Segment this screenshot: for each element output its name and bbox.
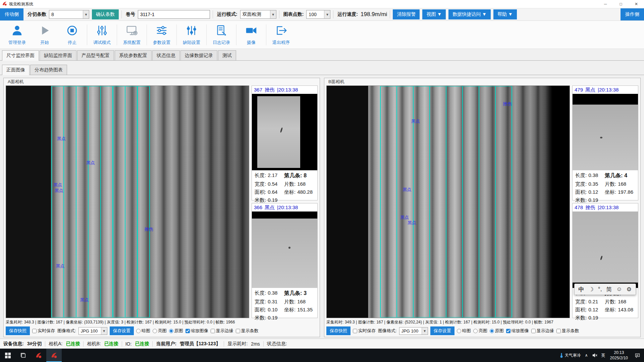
capture-button[interactable]: 摄像 — [237, 22, 265, 48]
tab-size-monitor[interactable]: 尺寸监控界面 — [2, 50, 39, 61]
show-edges-checkbox[interactable]: 显示边缘 — [531, 328, 554, 334]
ime-fullwidth-toggle[interactable]: ☽ — [589, 286, 594, 293]
toolbar-divider — [117, 24, 117, 45]
windows-taskbar: 天气寒冷 ∧ 英 20:13 2025/2/10 — [0, 349, 644, 362]
camera-a-stats: 采集耗时: 348.3 | 图像计数: 167 | 像素坐标: (333,713… — [6, 318, 318, 326]
tab-status-info[interactable]: 状态信息 — [152, 50, 180, 60]
stop-icon — [66, 24, 78, 38]
tab-edge-data-record[interactable]: 边缘数据记录 — [180, 50, 217, 60]
current-user-label: 当前用户: — [156, 341, 176, 347]
tab-system-param-config[interactable]: 系统参数配置 — [115, 50, 152, 60]
zoom-image-checkbox[interactable]: 缩放图像 — [506, 328, 529, 334]
main-content: A面相机 黑点 黑点 黑点 黑点 挫伤 黑点 黑点 367 挫伤 — [0, 75, 644, 339]
ime-punctuation-toggle[interactable]: °, — [598, 286, 602, 293]
help-menu-button[interactable]: 帮助 ▼ — [493, 9, 517, 19]
roll-number-input[interactable] — [138, 10, 210, 19]
start-button[interactable]: 开始 — [31, 22, 58, 48]
parameter-settings-button[interactable]: 参数设置 — [148, 22, 175, 48]
slit-count-select[interactable]: 8 ▼ — [49, 10, 89, 19]
io-status: 已连接 — [135, 341, 149, 347]
clear-alarm-button[interactable]: 清除报警 — [393, 9, 420, 19]
image-format-select[interactable]: JPG 100▼ — [78, 327, 107, 335]
defect-card-header: 478 挫伤 |20:13:38 — [573, 203, 638, 212]
operate-side-button[interactable]: 操作侧 — [621, 8, 644, 20]
toolbar-divider — [147, 24, 147, 45]
maximize-button[interactable]: □ — [613, 0, 629, 8]
toolbar-separator — [390, 10, 390, 18]
realtime-save-checkbox[interactable]: 实时保存 — [353, 328, 376, 334]
defect-measurements: 长度:2.17 第几条:8 宽度:0.54 片数:168 面积:0.64 坐标:… — [252, 170, 317, 204]
show-edges-checkbox[interactable]: 显示边缘 — [211, 328, 233, 334]
tab-defect-monitor[interactable]: 缺陷监控界面 — [40, 50, 76, 60]
speed-label: 运行速度: — [337, 11, 358, 17]
tab-front-image[interactable]: 正面图像 — [2, 65, 30, 75]
stop-button[interactable]: 停止 — [58, 22, 86, 48]
chart-points-select[interactable]: 100 ▼ — [306, 10, 330, 19]
defect-list-a: 367 挫伤 |20:13:38 长度:2.17 第几条:8 宽度:0.54 片… — [252, 85, 318, 318]
tab-product-model-config[interactable]: 产品型号配置 — [77, 50, 114, 60]
data-quick-access-menu-button[interactable]: 数据快捷访问 ▼ — [448, 9, 491, 19]
app-window: 视觉检测系统 ─ □ ✕ 传动侧 分切条数 8 ▼ 确认条数 卷号 运行模式: … — [0, 0, 644, 362]
task-view-button[interactable] — [15, 349, 31, 362]
drive-side-button[interactable]: 传动侧 — [0, 8, 23, 20]
debug-mode-button[interactable]: 调试模式 — [88, 22, 116, 48]
close-button[interactable]: ✕ — [629, 0, 644, 8]
minimize-button[interactable]: ─ — [598, 0, 613, 8]
taskbar-clock[interactable]: 20:13 2025/2/10 — [607, 350, 631, 361]
defect-mark: 黑点 — [80, 297, 89, 303]
ime-emoji-button[interactable]: ☺ — [616, 286, 622, 293]
weather-widget[interactable]: 天气寒冷 — [557, 349, 583, 362]
chart-points-value: 100 — [309, 12, 316, 17]
defect-card: 479 黑点 |20:13:38 长度:0.38 第几条:4 宽度:0.35 片… — [572, 85, 638, 200]
defect-id: 478 — [575, 204, 583, 211]
confirm-count-button[interactable]: 确认条数 — [92, 9, 119, 19]
system-config-button[interactable]: 系统配置 — [118, 22, 146, 48]
run-mode-select[interactable]: 双面检测 ▼ — [240, 10, 276, 19]
display-elapsed-value: 2ms — [251, 341, 260, 347]
defect-card: 366 黑点 |20:13:38 长度:0.38 第几条:3 宽度:0.31 片… — [252, 203, 318, 318]
defect-coord: 坐标:480.28 — [284, 189, 315, 195]
defect-settings-button[interactable]: 缺陷设置 — [178, 22, 205, 48]
input-language-indicator[interactable]: 英 — [599, 349, 607, 362]
save-settings-button[interactable]: 保存设置 — [110, 326, 134, 335]
admin-login-button[interactable]: 管理登录 — [3, 22, 31, 48]
ime-simplified-toggle[interactable]: 简 — [606, 286, 612, 293]
exit-program-button[interactable]: 退出程序 — [267, 22, 295, 48]
view-menu-button[interactable]: 视图 ▼ — [422, 9, 446, 19]
defect-strip-number: 第几条:3 — [284, 290, 315, 297]
tab-test[interactable]: 测试 — [218, 50, 236, 60]
show-hidden-icons-button[interactable]: ∧ — [583, 349, 590, 362]
save-snapshot-button[interactable]: 保存快照 — [6, 326, 30, 335]
zoom-image-checkbox[interactable]: 缩放图像 — [185, 328, 208, 334]
camera-b-status: 已连接 — [104, 341, 118, 347]
panel-camera-b: B面相机 黑点 挫伤 黑点 黑点 黑点 479 黑点 |20:13:38 — [324, 78, 641, 337]
bright-image-radio[interactable]: 亮图 — [153, 328, 167, 334]
ime-settings-gear-icon[interactable]: ⚙ — [627, 286, 632, 293]
tab-distribution-trend-chart[interactable]: 分布趋势图表 — [30, 65, 67, 75]
show-strips-checkbox[interactable]: 显示条数 — [556, 328, 579, 334]
show-strips-checkbox[interactable]: 显示条数 — [236, 328, 259, 334]
bright-image-radio[interactable]: 亮图 — [473, 328, 487, 334]
save-settings-button[interactable]: 保存设置 — [430, 326, 454, 335]
log-record-button[interactable]: 日志记录 — [208, 22, 235, 48]
original-image-radio[interactable]: 原图 — [169, 328, 183, 334]
defect-length: 长度:2.17 — [255, 172, 284, 179]
save-snapshot-button[interactable]: 保存快照 — [326, 326, 351, 335]
dark-image-radio[interactable]: 暗图 — [136, 328, 150, 334]
defect-card-header: 366 黑点 |20:13:38 — [252, 203, 317, 212]
running-app-icon[interactable] — [46, 349, 62, 362]
defect-width: 宽度:0.21 — [575, 299, 605, 305]
defect-card-header: 479 黑点 |20:13:38 — [573, 86, 638, 94]
defect-area: 面积:0.12 — [575, 307, 605, 313]
start-button[interactable] — [0, 349, 15, 362]
notification-center-button[interactable] — [631, 349, 644, 362]
realtime-save-checkbox[interactable]: 实时保存 — [32, 328, 55, 334]
pinned-app-icon[interactable] — [31, 349, 46, 362]
dark-image-radio[interactable]: 暗图 — [457, 328, 471, 334]
original-image-radio[interactable]: 原图 — [490, 328, 504, 334]
ime-language-toggle[interactable]: 中 — [579, 286, 584, 293]
io-status-label: IO: — [125, 341, 132, 347]
image-format-select[interactable]: JPG 100▼ — [399, 327, 428, 335]
defect-mark: 挫伤 — [145, 226, 153, 232]
volume-icon[interactable] — [590, 349, 599, 362]
